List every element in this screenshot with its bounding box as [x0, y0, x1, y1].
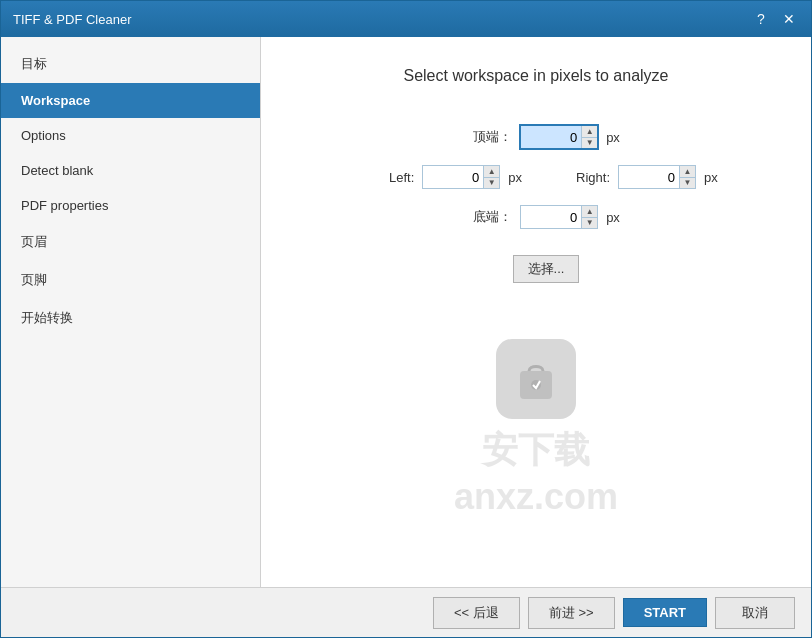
select-row: 选择...: [493, 255, 580, 283]
watermark-text: 安下载anxz.com: [454, 427, 618, 521]
bottom-bar: << 后退 前进 >> START 取消: [1, 587, 811, 637]
sidebar-item-start-convert[interactable]: 开始转换: [1, 299, 260, 337]
sidebar-item-pdf-properties[interactable]: PDF properties: [1, 188, 260, 223]
sidebar-item-footer[interactable]: 页脚: [1, 261, 260, 299]
right-label: Right:: [550, 170, 610, 185]
bottom-px-label: px: [606, 210, 620, 225]
watermark-area: 安下载anxz.com: [301, 303, 771, 557]
top-px-label: px: [606, 130, 620, 145]
sidebar-item-workspace[interactable]: Workspace: [1, 83, 260, 118]
window-title: TIFF & PDF Cleaner: [13, 12, 131, 27]
right-up-btn[interactable]: ▲: [679, 166, 695, 177]
left-spinner-buttons: ▲ ▼: [483, 166, 499, 188]
bottom-label: 底端：: [452, 208, 512, 226]
left-spinner-wrapper: ▲ ▼: [422, 165, 500, 189]
back-button[interactable]: << 后退: [433, 597, 520, 629]
left-up-btn[interactable]: ▲: [483, 166, 499, 177]
title-controls: ? ✕: [751, 9, 799, 29]
bottom-spinner-wrapper: ▲ ▼: [520, 205, 598, 229]
select-button[interactable]: 选择...: [513, 255, 580, 283]
watermark-icon: [496, 339, 576, 419]
sidebar-item-header[interactable]: 页眉: [1, 223, 260, 261]
forward-button[interactable]: 前进 >>: [528, 597, 615, 629]
content-area: Select workspace in pixels to analyze 顶端…: [261, 37, 811, 587]
bottom-spinner-buttons: ▲ ▼: [581, 206, 597, 228]
main-content: 目标 Workspace Options Detect blank PDF pr…: [1, 37, 811, 587]
bottom-down-btn[interactable]: ▼: [581, 217, 597, 228]
top-label: 顶端：: [452, 128, 512, 146]
top-down-btn[interactable]: ▼: [581, 137, 597, 148]
sidebar: 目标 Workspace Options Detect blank PDF pr…: [1, 37, 261, 587]
right-px-label: px: [704, 170, 718, 185]
top-spinner-buttons: ▲ ▼: [581, 126, 597, 148]
sidebar-item-target[interactable]: 目标: [1, 45, 260, 83]
content-title: Select workspace in pixels to analyze: [301, 67, 771, 85]
start-button[interactable]: START: [623, 598, 707, 627]
watermark-content: 安下载anxz.com: [454, 339, 618, 521]
title-bar: TIFF & PDF Cleaner ? ✕: [1, 1, 811, 37]
left-down-btn[interactable]: ▼: [483, 177, 499, 188]
bottom-row: 底端： ▲ ▼ px: [452, 205, 620, 229]
left-right-row: Left: ▲ ▼ px Right: ▲ ▼: [354, 165, 717, 189]
top-input[interactable]: [521, 126, 581, 148]
close-button[interactable]: ✕: [779, 9, 799, 29]
sidebar-item-detect-blank[interactable]: Detect blank: [1, 153, 260, 188]
right-down-btn[interactable]: ▼: [679, 177, 695, 188]
top-spinner-wrapper: ▲ ▼: [520, 125, 598, 149]
left-label: Left:: [354, 170, 414, 185]
left-px-label: px: [508, 170, 522, 185]
help-button[interactable]: ?: [751, 9, 771, 29]
bag-icon: [516, 357, 556, 402]
bottom-input[interactable]: [521, 206, 581, 228]
right-spinner-buttons: ▲ ▼: [679, 166, 695, 188]
sidebar-item-options[interactable]: Options: [1, 118, 260, 153]
top-up-btn[interactable]: ▲: [581, 126, 597, 137]
main-window: TIFF & PDF Cleaner ? ✕ 目标 Workspace Opti…: [0, 0, 812, 638]
cancel-button[interactable]: 取消: [715, 597, 795, 629]
left-input[interactable]: [423, 166, 483, 188]
workspace-form: 顶端： ▲ ▼ px Left:: [301, 125, 771, 283]
bottom-up-btn[interactable]: ▲: [581, 206, 597, 217]
right-spinner-wrapper: ▲ ▼: [618, 165, 696, 189]
top-row: 顶端： ▲ ▼ px: [452, 125, 620, 149]
right-input[interactable]: [619, 166, 679, 188]
